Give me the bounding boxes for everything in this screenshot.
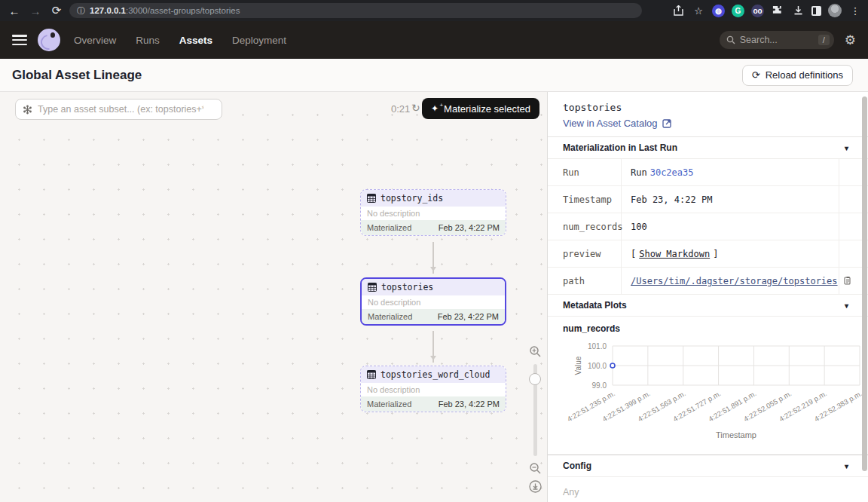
browser-forward-button[interactable]: → <box>27 2 44 19</box>
asset-name: topstory_ids <box>381 193 443 204</box>
svg-text:101.0: 101.0 <box>588 342 607 350</box>
browser-toolbar: ← → ⟳ ⓘ 127.0.0.1:3000/asset-groups/tops… <box>0 0 868 21</box>
section-metadata-plots[interactable]: Metadata Plots▾ <box>548 295 868 317</box>
section-materialization-last-run[interactable]: Materialization in Last Run▾ <box>548 136 868 159</box>
asset-node-topstories[interactable]: topstories No description Materialized F… <box>360 277 506 326</box>
storage-path-link[interactable]: /Users/tim/.dagster/storage/topstories <box>631 276 838 286</box>
reload-definitions-button[interactable]: ⟳ Reload definitions <box>742 65 853 86</box>
chevron-down-icon: ▾ <box>845 462 848 470</box>
table-row-preview: preview [Show Markdown] <box>548 240 868 268</box>
nav-item-assets[interactable]: Assets <box>179 35 212 46</box>
asset-description: No description <box>361 207 506 220</box>
zoom-slider[interactable] <box>533 364 537 456</box>
table-row-run: Run Run 30c2ea35 <box>548 159 868 186</box>
address-bar[interactable]: ⓘ 127.0.0.1:3000/asset-groups/topstories <box>69 3 642 18</box>
asset-filter-input[interactable] <box>38 104 203 115</box>
zoom-out-icon[interactable] <box>529 462 541 476</box>
settings-gear-icon[interactable]: ⚙ <box>845 32 856 48</box>
chevron-down-icon: ▾ <box>845 144 848 152</box>
asset-status: Materialized <box>367 399 411 409</box>
zoom-in-icon[interactable] <box>529 345 541 359</box>
sparkle-icon: ✦+ <box>431 103 439 114</box>
menu-hamburger-icon[interactable] <box>12 35 27 45</box>
extension-glasses-icon[interactable]: oo <box>751 5 764 17</box>
panel-scrollbar[interactable] <box>862 96 867 471</box>
num-records-chart: 101.0100.099.04:22:51.235 p.m.4:22:51.39… <box>548 334 868 455</box>
browser-menu-icon[interactable]: ⋮ <box>848 4 862 17</box>
plot-title: num_records <box>548 317 868 334</box>
panel-asset-title: topstories <box>563 102 853 113</box>
zoom-slider-handle[interactable] <box>529 373 541 385</box>
nav-item-deployment[interactable]: Deployment <box>232 35 286 46</box>
svg-text:100.0: 100.0 <box>588 362 607 370</box>
extensions-puzzle-icon[interactable] <box>771 4 784 17</box>
asset-status: Materialized <box>367 223 411 232</box>
reload-icon: ⟳ <box>752 69 760 81</box>
metadata-table: Run Run 30c2ea35 Timestamp Feb 23, 4:22 … <box>548 159 868 295</box>
edge-arrow <box>432 242 434 274</box>
asset-details-panel: topstories View in Asset Catalog Materia… <box>547 92 868 502</box>
recenter-view-icon[interactable] <box>529 480 542 494</box>
app-navbar: Overview Runs Assets Deployment / ⚙ <box>0 21 868 59</box>
table-icon <box>367 194 376 203</box>
table-row-timestamp: Timestamp Feb 23, 4:22 PM <box>548 186 868 213</box>
asset-filter-field[interactable] <box>15 99 222 120</box>
asset-timestamp: Feb 23, 4:22 PM <box>439 223 500 232</box>
materialize-selected-button[interactable]: ✦+ Materialize selected <box>422 98 539 119</box>
nav-item-overview[interactable]: Overview <box>74 35 116 46</box>
svg-text:Value: Value <box>574 356 582 375</box>
table-row-path: path /Users/tim/.dagster/storage/topstor… <box>548 268 868 295</box>
table-icon <box>368 283 377 292</box>
bookmark-star-icon[interactable]: ☆ <box>692 4 705 17</box>
search-shortcut-badge: / <box>818 35 830 45</box>
chevron-down-icon: ▾ <box>845 302 848 310</box>
asset-name: topstories <box>381 282 433 292</box>
asset-status: Materialized <box>368 312 412 321</box>
search-input[interactable] <box>740 35 805 45</box>
page-title: Global Asset Lineage <box>12 68 142 83</box>
table-row-num-records: num_records 100 <box>548 213 868 240</box>
asset-node-topstory-ids[interactable]: topstory_ids No description Materialized… <box>360 189 506 236</box>
view-in-asset-catalog-link[interactable]: View in Asset Catalog <box>563 118 853 129</box>
asset-description: No description <box>361 383 506 396</box>
asset-name: topstories_word_cloud <box>381 369 490 380</box>
search-icon <box>726 35 735 44</box>
section-config[interactable]: Config▾ <box>548 455 868 477</box>
run-id-link[interactable]: 30c2ea35 <box>650 167 694 178</box>
show-markdown-link[interactable]: Show Markdown <box>639 249 710 259</box>
nav-item-runs[interactable]: Runs <box>136 35 160 46</box>
site-info-icon[interactable]: ⓘ <box>77 5 85 17</box>
table-icon <box>367 370 376 379</box>
config-value: Any <box>548 477 868 502</box>
svg-text:99.0: 99.0 <box>592 381 607 390</box>
asset-description: No description <box>362 295 505 309</box>
asset-timestamp: Feb 23, 4:22 PM <box>438 312 499 321</box>
extension-grammarly-icon[interactable]: G <box>732 5 744 17</box>
asset-node-topstories-word-cloud[interactable]: topstories_word_cloud No description Mat… <box>360 366 506 412</box>
svg-text:Timestamp: Timestamp <box>716 430 756 439</box>
share-icon[interactable] <box>671 4 685 17</box>
url-text: 127.0.0.1:3000/asset-groups/topstories <box>90 6 240 15</box>
asset-selection-icon <box>23 105 32 115</box>
reading-list-icon[interactable] <box>811 6 821 16</box>
page-header: Global Asset Lineage ⟳ Reload definition… <box>0 59 868 92</box>
global-search[interactable]: / <box>720 31 834 49</box>
graph-refresh-icon[interactable]: ↻ <box>411 102 420 114</box>
graph-zoom-controls <box>527 345 543 494</box>
browser-back-button[interactable]: ← <box>6 2 23 19</box>
asset-lineage-graph[interactable]: 0:21 ↻ ✦+ Materialize selected topstory_… <box>0 92 547 502</box>
dagster-logo[interactable] <box>38 29 60 51</box>
external-link-icon <box>662 119 671 128</box>
browser-profile-avatar[interactable] <box>828 4 842 17</box>
extension-password-icon[interactable]: ◍ <box>712 5 725 17</box>
edge-arrow <box>432 331 434 363</box>
refresh-timer: 0:21 <box>391 103 410 115</box>
asset-timestamp: Feb 23, 4:22 PM <box>439 399 500 409</box>
downloads-icon[interactable] <box>791 4 805 17</box>
browser-reload-button[interactable]: ⟳ <box>48 2 65 19</box>
